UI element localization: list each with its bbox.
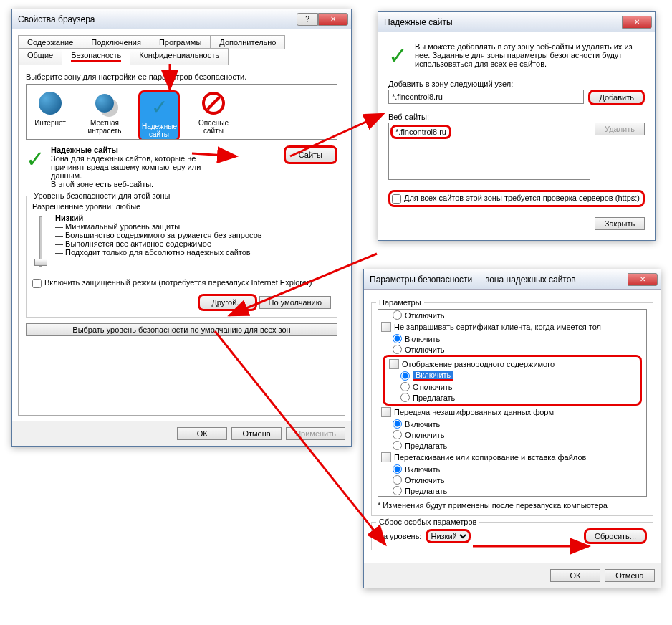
trusted-sites-window: Надежные сайты ✕ ✓ Вы можете добавлять в… [378,11,656,241]
add-button[interactable]: Добавить [588,90,645,105]
zone-intranet[interactable]: Местная интрасеть [84,90,125,140]
setting-group: Передача незашифрованных данных форм [378,406,646,419]
level-bullet: — Минимальный уровень защиты [55,222,262,231]
cancel-button[interactable]: Отмена [605,569,655,582]
https-checkbox[interactable]: Для всех сайтов этой зоны требуется пров… [392,194,640,202]
tab-connections[interactable]: Подключения [82,35,150,49]
sites-button[interactable]: Сайты [284,145,337,164]
trusted-desc: Вы можете добавлять в эту зону веб-сайты… [415,42,645,70]
reset-title: Сброс особых параметров [376,517,479,526]
level-name: Низкий [55,214,83,222]
allowed-levels: Разрешенные уровни: любые [32,202,331,211]
zone-internet[interactable]: Интернет [29,90,71,140]
setting-icon [389,359,399,369]
radio-option[interactable]: Предлагать [378,485,646,496]
add-site-input[interactable] [388,90,584,104]
close-button[interactable]: ✕ [622,16,652,29]
zone-prompt: Выберите зону для настройки ее параметро… [26,72,337,81]
internet-options-window: Свойства браузера ? ✕ Содержание Подключ… [11,9,352,447]
setting-icon [381,322,391,332]
close-button[interactable]: ✕ [318,13,348,26]
radio-option[interactable]: Включить [378,464,646,474]
websites-list[interactable]: *.fincontrol8.ru [388,123,590,180]
checkmark-icon: ✓ [388,42,408,70]
level-select[interactable]: Низкий [426,529,471,543]
level-bullet: — Подходит только для абсолютно надежных… [55,248,262,257]
radio-option[interactable]: Отключить [378,429,646,440]
add-label: Добавить в зону следующий узел: [388,80,645,88]
checkmark-icon: ✓ [26,145,45,189]
tab-content[interactable]: Содержание [18,35,82,49]
help-button[interactable]: ? [297,13,318,26]
tab-advanced[interactable]: Дополнительно [210,35,285,49]
close-button[interactable]: ✕ [628,273,658,286]
titlebar: Параметры безопасности — зона надежных с… [364,269,661,290]
trusted-heading: Надежные сайты [51,145,118,154]
radio-option[interactable]: Включить [378,419,646,429]
sec-level-title: Уровень безопасности для этой зоны [31,191,173,200]
radio-option[interactable]: Отключить [378,344,646,355]
radio-option[interactable]: Включить [378,333,646,344]
reset-button[interactable]: Сбросить... [584,528,647,544]
delete-button[interactable]: Удалить [595,123,645,135]
level-bullet: — Выполняется все активное содержимое [55,239,262,248]
tab-programs[interactable]: Программы [150,35,211,49]
titlebar: Надежные сайты ✕ [378,12,655,32]
params-title: Параметры [376,298,424,307]
level-label: На уровень: [378,532,421,540]
trusted-desc1: Зона для надежных сайтов, которые не при… [51,154,208,180]
protected-mode-checkbox[interactable]: Включить защищенный режим (потребуется п… [32,278,312,287]
nosign-icon [202,92,225,115]
ok-button[interactable]: ОК [550,569,600,582]
radio-option[interactable]: Отключить [378,310,646,320]
security-slider[interactable] [32,214,49,269]
globe-icon [39,92,62,115]
ok-button[interactable]: ОК [177,427,227,440]
tab-privacy[interactable]: Конфиденциальность [130,48,229,65]
radio-option[interactable]: Отключить [386,381,638,392]
window-title: Свойства браузера [18,14,297,24]
zone-restricted[interactable]: Опасные сайты [193,90,234,140]
setting-icon [381,407,391,417]
reset-all-zones-button[interactable]: Выбрать уровень безопасности по умолчани… [26,323,337,336]
custom-level-button[interactable]: Другой... [198,294,256,311]
settings-tree[interactable]: Отключить Не запрашивать сертификат клие… [378,309,647,497]
radio-option[interactable] [400,371,410,381]
setting-group: Не запрашивать сертификат клиента, когда… [378,320,646,333]
tab-general[interactable]: Общие [18,48,62,65]
window-title: Параметры безопасности — зона надежных с… [370,275,628,285]
window-title: Надежные сайты [384,17,622,27]
restart-note: * Изменения будут применены после переза… [378,501,647,510]
setting-group-mixed: Отображение разнородного содержимого [386,358,638,371]
apply-button[interactable]: Применить [286,427,345,440]
intranet-icon [95,94,114,113]
level-bullet: — Большинство содержимого загружается бе… [55,231,262,239]
setting-icon [381,452,391,462]
cancel-button[interactable]: Отмена [231,427,282,440]
list-item[interactable]: *.fincontrol8.ru [390,125,451,139]
tab-security[interactable]: Безопасность [62,48,130,65]
close-dialog-button[interactable]: Закрыть [595,217,645,230]
radio-option[interactable]: Предлагать [386,392,638,403]
security-settings-window: Параметры безопасности — зона надежных с… [363,269,661,588]
trusted-desc2: В этой зоне есть веб-сайты. [51,180,278,189]
zone-trusted[interactable]: ✓ Надежные сайты [138,90,180,140]
setting-group: Перетаскивание или копирование и вставка… [378,451,646,464]
enable-highlighted[interactable]: Включить [413,371,453,381]
tabs-row1: Содержание Подключения Программы Дополни… [18,35,345,49]
titlebar: Свойства браузера ? ✕ [12,9,351,29]
tabs-row2: Общие Безопасность Конфиденциальность [18,48,345,65]
radio-option[interactable]: Отключить [378,474,646,485]
default-level-button[interactable]: По умолчанию [259,296,331,309]
websites-label: Веб-сайты: [388,113,645,121]
radio-option[interactable]: Предлагать [378,440,646,451]
check-icon: ✓ [151,95,168,119]
